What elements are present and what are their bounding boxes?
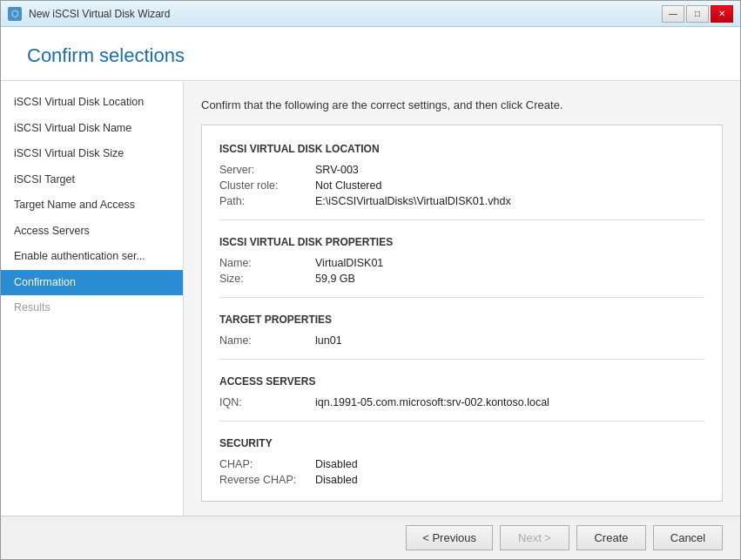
sidebar-item-2[interactable]: iSCSI Virtual Disk Size — [1, 141, 183, 167]
page-title: Confirm selections — [27, 44, 714, 67]
detail-label-4-1: Reverse CHAP: — [219, 474, 315, 486]
content-panel: Confirm that the following are the corre… — [184, 81, 740, 516]
sidebar-item-8: Results — [1, 295, 183, 321]
sidebar-item-0[interactable]: iSCSI Virtual Disk Location — [1, 90, 183, 116]
detail-row-0-2: Path:E:\iSCSIVirtualDisks\VirtualDISK01.… — [219, 193, 704, 209]
wizard-footer: < Previous Next > Create Cancel — [1, 516, 740, 559]
section-divider-4 — [219, 421, 704, 422]
sidebar-item-5[interactable]: Access Servers — [1, 219, 183, 245]
detail-value-1-1: 59,9 GB — [315, 273, 704, 285]
sidebar-item-1[interactable]: iSCSI Virtual Disk Name — [1, 116, 183, 142]
detail-value-0-2: E:\iSCSIVirtualDisks\VirtualDISK01.vhdx — [315, 195, 704, 207]
section-header-2: TARGET PROPERTIES — [219, 314, 704, 326]
detail-value-2-0: lun01 — [315, 334, 704, 347]
close-button[interactable]: ✕ — [711, 5, 733, 23]
sidebar-item-3[interactable]: iSCSI Target — [1, 167, 183, 193]
detail-label-3-0: IQN: — [219, 396, 315, 408]
cancel-button[interactable]: Cancel — [653, 525, 723, 550]
section-divider-3 — [219, 359, 704, 360]
detail-label-0-2: Path: — [219, 195, 315, 207]
detail-value-1-0: VirtualDISK01 — [315, 257, 704, 269]
body-area: iSCSI Virtual Disk LocationiSCSI Virtual… — [1, 81, 740, 516]
detail-row-4-0: CHAP:Disabled — [219, 456, 704, 472]
section-divider-1 — [219, 219, 704, 220]
next-button[interactable]: Next > — [500, 525, 569, 550]
detail-label-1-1: Size: — [219, 273, 315, 285]
detail-row-0-0: Server:SRV-003 — [219, 162, 704, 178]
detail-value-4-1: Disabled — [315, 474, 704, 486]
detail-row-4-1: Reverse CHAP:Disabled — [219, 472, 704, 488]
minimize-button[interactable]: — — [662, 5, 684, 23]
confirm-description: Confirm that the following are the corre… — [201, 98, 723, 111]
detail-value-3-0: iqn.1991-05.com.microsoft:srv-002.kontos… — [315, 396, 704, 408]
detail-row-2-0: Name:lun01 — [219, 333, 704, 348]
detail-row-1-1: Size:59,9 GB — [219, 271, 704, 287]
wizard-header: Confirm selections — [1, 27, 740, 81]
detail-label-4-0: CHAP: — [219, 458, 315, 470]
section-header-1: iSCSI VIRTUAL DISK PROPERTIES — [219, 236, 704, 248]
title-bar: ⬡ New iSCSI Virtual Disk Wizard — □ ✕ — [1, 1, 740, 27]
detail-label-2-0: Name: — [219, 334, 315, 347]
title-bar-left: ⬡ New iSCSI Virtual Disk Wizard — [8, 7, 170, 21]
wizard-sidebar: iSCSI Virtual Disk LocationiSCSI Virtual… — [1, 81, 184, 516]
wizard-window: ⬡ New iSCSI Virtual Disk Wizard — □ ✕ Co… — [0, 0, 741, 560]
previous-button[interactable]: < Previous — [406, 525, 493, 550]
detail-row-0-1: Cluster role:Not Clustered — [219, 178, 704, 193]
sidebar-item-6[interactable]: Enable authentication ser... — [1, 244, 183, 270]
app-icon: ⬡ — [8, 7, 22, 21]
window-controls: — □ ✕ — [662, 5, 733, 23]
section-header-3: ACCESS SERVERS — [219, 375, 704, 388]
create-button[interactable]: Create — [576, 525, 646, 550]
details-box: iSCSI VIRTUAL DISK LOCATIONServer:SRV-00… — [201, 125, 723, 502]
detail-value-4-0: Disabled — [315, 458, 704, 470]
sidebar-item-4[interactable]: Target Name and Access — [1, 192, 183, 219]
detail-label-0-1: Cluster role: — [219, 179, 315, 192]
maximize-button[interactable]: □ — [686, 5, 709, 23]
sidebar-item-7[interactable]: Confirmation — [1, 270, 183, 296]
main-content: Confirm selections iSCSI Virtual Disk Lo… — [1, 27, 740, 559]
section-divider-2 — [219, 297, 704, 298]
detail-row-1-0: Name:VirtualDISK01 — [219, 255, 704, 271]
section-header-0: iSCSI VIRTUAL DISK LOCATION — [219, 143, 704, 155]
section-header-4: SECURITY — [219, 437, 704, 449]
window-title: New iSCSI Virtual Disk Wizard — [29, 8, 170, 20]
detail-label-1-0: Name: — [219, 257, 315, 269]
detail-value-0-1: Not Clustered — [315, 179, 704, 192]
detail-label-0-0: Server: — [219, 164, 315, 176]
detail-value-0-0: SRV-003 — [315, 164, 704, 176]
detail-row-3-0: IQN:iqn.1991-05.com.microsoft:srv-002.ko… — [219, 395, 704, 410]
